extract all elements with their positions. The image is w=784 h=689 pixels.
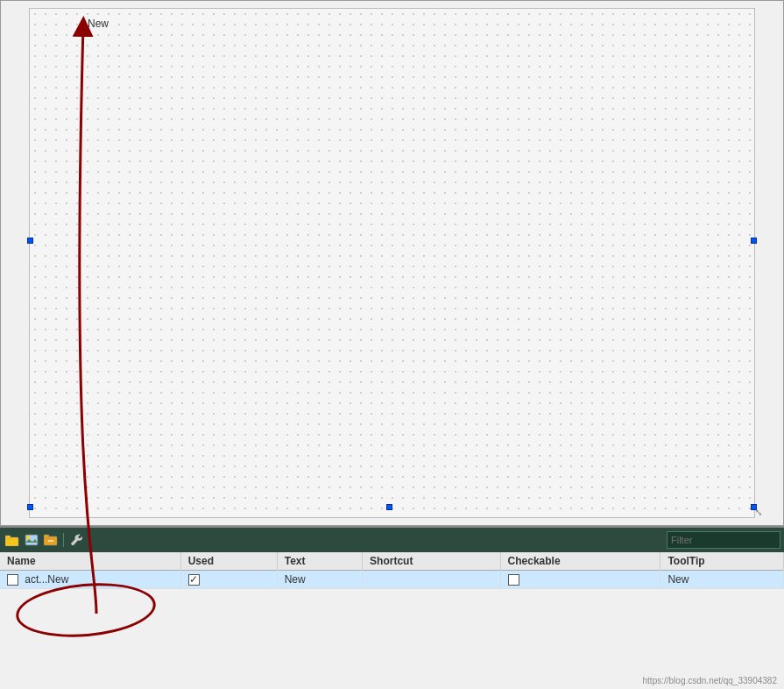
canvas-new-label: New xyxy=(86,18,110,30)
svg-rect-5 xyxy=(44,535,49,538)
cell-checkable xyxy=(500,571,660,589)
handle-bottom-left[interactable] xyxy=(27,504,33,510)
handle-top-right[interactable] xyxy=(751,238,757,244)
col-used: Used xyxy=(180,552,277,571)
design-area: New ⤡ xyxy=(0,0,784,526)
table-row[interactable]: act...New New New xyxy=(0,571,784,589)
table-container: Name Used Text Shortcut Checkable ToolTi… xyxy=(0,552,784,689)
col-tooltip: ToolTip xyxy=(660,552,784,571)
wrench-icon[interactable] xyxy=(67,531,85,549)
svg-rect-1 xyxy=(5,536,11,539)
folder-icon[interactable] xyxy=(4,531,21,549)
row-checkbox-checkable[interactable] xyxy=(508,574,519,586)
svg-rect-6 xyxy=(48,540,53,542)
watermark: https://blog.csdn.net/qq_33904382 xyxy=(643,676,777,685)
bottom-panel: Name Used Text Shortcut Checkable ToolTi… xyxy=(0,526,784,689)
table-header-row: Name Used Text Shortcut Checkable ToolTi… xyxy=(0,552,784,571)
filter-container xyxy=(667,531,780,549)
image-icon[interactable] xyxy=(23,531,40,549)
svg-point-3 xyxy=(26,536,30,539)
cell-name: act...New xyxy=(0,571,180,589)
resize-icon: ⤡ xyxy=(755,508,764,516)
cell-tooltip: New xyxy=(660,571,784,589)
action-name: act...New xyxy=(25,573,68,586)
col-shortcut: Shortcut xyxy=(363,552,500,571)
col-name: Name xyxy=(0,552,180,571)
actions-table: Name Used Text Shortcut Checkable ToolTi… xyxy=(0,552,784,589)
toolbar-separator xyxy=(63,533,64,547)
col-checkable: Checkable xyxy=(500,552,660,571)
action-toolbar xyxy=(0,528,784,552)
handle-bottom-middle[interactable] xyxy=(386,504,392,510)
cell-shortcut xyxy=(363,571,500,589)
col-text: Text xyxy=(277,552,362,571)
row-checkbox-used[interactable] xyxy=(188,574,200,586)
cell-text: New xyxy=(277,571,362,589)
folder2-icon[interactable] xyxy=(42,531,60,549)
filter-input[interactable] xyxy=(667,531,780,549)
row-checkbox-name[interactable] xyxy=(7,574,18,586)
handle-top-left[interactable] xyxy=(27,238,33,244)
cell-used xyxy=(180,571,277,589)
design-canvas: New xyxy=(29,8,755,518)
